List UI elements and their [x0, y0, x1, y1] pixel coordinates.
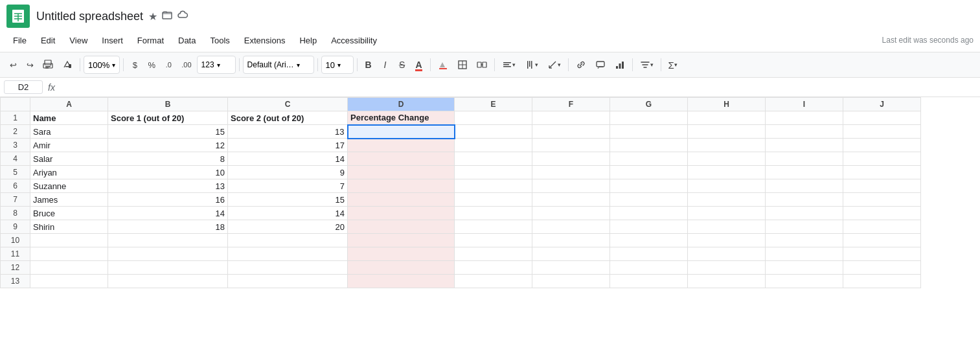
cell-i5[interactable] [766, 166, 843, 179]
cell-a6[interactable]: Suzanne [30, 179, 108, 193]
col-header-e[interactable]: E [455, 98, 532, 111]
cell-c4[interactable]: 14 [228, 152, 348, 166]
row-number-3[interactable]: 3 [1, 139, 30, 152]
italic-button[interactable]: I [378, 56, 393, 74]
col-header-f[interactable]: F [532, 98, 610, 111]
cell-d1[interactable]: Percentage Change [348, 111, 455, 125]
col-header-a[interactable]: A [30, 98, 108, 111]
cell-i3[interactable] [766, 139, 843, 152]
cell-f5[interactable] [532, 166, 610, 179]
cell-b13[interactable] [108, 275, 228, 288]
cell-h12[interactable] [688, 261, 766, 275]
cell-j1[interactable] [843, 111, 921, 125]
menu-accessibility[interactable]: Accessibility [325, 33, 383, 48]
cell-d10[interactable] [348, 234, 455, 247]
col-header-j[interactable]: J [843, 98, 921, 111]
cell-i2[interactable] [766, 125, 843, 139]
cell-i12[interactable] [766, 261, 843, 275]
cell-c7[interactable]: 15 [228, 193, 348, 207]
cell-b5[interactable]: 10 [108, 166, 228, 179]
cell-a10[interactable] [30, 234, 108, 247]
cell-j8[interactable] [843, 207, 921, 220]
menu-help[interactable]: Help [293, 33, 323, 48]
text-rotate-button[interactable]: ▾ [543, 56, 565, 74]
cell-b6[interactable]: 13 [108, 179, 228, 193]
cell-c12[interactable] [228, 261, 348, 275]
formula-input[interactable] [60, 82, 976, 92]
cell-d9[interactable] [348, 220, 455, 234]
cell-a12[interactable] [30, 261, 108, 275]
cell-j11[interactable] [843, 247, 921, 261]
cell-d7[interactable] [348, 193, 455, 207]
cell-e10[interactable] [455, 234, 532, 247]
menu-file[interactable]: File [6, 33, 33, 48]
cell-g7[interactable] [610, 193, 688, 207]
row-number-1[interactable]: 1 [1, 111, 30, 125]
row-number-11[interactable]: 11 [1, 247, 30, 261]
cell-a4[interactable]: Salar [30, 152, 108, 166]
cell-g2[interactable] [610, 125, 688, 139]
cell-i1[interactable] [766, 111, 843, 125]
cell-a9[interactable]: Shirin [30, 220, 108, 234]
menu-data[interactable]: Data [172, 33, 202, 48]
cell-c3[interactable]: 17 [228, 139, 348, 152]
cell-f11[interactable] [532, 247, 610, 261]
cell-j13[interactable] [843, 275, 921, 288]
cell-c10[interactable] [228, 234, 348, 247]
row-number-12[interactable]: 12 [1, 261, 30, 275]
font-family-select[interactable]: Default (Ari… ▾ [243, 56, 314, 74]
row-number-2[interactable]: 2 [1, 125, 30, 139]
cell-d8[interactable] [348, 207, 455, 220]
cell-f3[interactable] [532, 139, 610, 152]
row-number-8[interactable]: 8 [1, 207, 30, 220]
menu-extensions[interactable]: Extensions [238, 33, 292, 48]
cell-i6[interactable] [766, 179, 843, 193]
comment-button[interactable] [591, 56, 610, 74]
cell-a1[interactable]: Name [30, 111, 108, 125]
cell-d6[interactable] [348, 179, 455, 193]
cell-j12[interactable] [843, 261, 921, 275]
cell-i4[interactable] [766, 152, 843, 166]
row-number-13[interactable]: 13 [1, 275, 30, 288]
cell-g10[interactable] [610, 234, 688, 247]
text-color-button[interactable]: A [411, 56, 427, 74]
cell-g8[interactable] [610, 207, 688, 220]
cell-d5[interactable] [348, 166, 455, 179]
cell-g13[interactable] [610, 275, 688, 288]
cell-a5[interactable]: Ariyan [30, 166, 108, 179]
cell-b8[interactable]: 14 [108, 207, 228, 220]
format-type-select[interactable]: 123 ▾ [197, 56, 236, 74]
cell-g1[interactable] [610, 111, 688, 125]
menu-edit[interactable]: Edit [34, 33, 62, 48]
cell-d13[interactable] [348, 275, 455, 288]
cell-e8[interactable] [455, 207, 532, 220]
cell-e7[interactable] [455, 193, 532, 207]
cloud-icon[interactable] [177, 9, 188, 23]
cell-h6[interactable] [688, 179, 766, 193]
col-header-g[interactable]: G [610, 98, 688, 111]
cell-c6[interactable]: 7 [228, 179, 348, 193]
cell-h2[interactable] [688, 125, 766, 139]
cell-e1[interactable] [455, 111, 532, 125]
zoom-select[interactable]: 100% ▾ [84, 56, 120, 74]
cell-j10[interactable] [843, 234, 921, 247]
cell-h5[interactable] [688, 166, 766, 179]
cell-g11[interactable] [610, 247, 688, 261]
cell-i13[interactable] [766, 275, 843, 288]
cell-g3[interactable] [610, 139, 688, 152]
bold-button[interactable]: B [361, 56, 376, 74]
cell-b4[interactable]: 8 [108, 152, 228, 166]
cell-c11[interactable] [228, 247, 348, 261]
row-number-9[interactable]: 9 [1, 220, 30, 234]
cell-j6[interactable] [843, 179, 921, 193]
decimal-decrease-button[interactable]: .0 [161, 56, 176, 74]
cell-f13[interactable] [532, 275, 610, 288]
cell-i7[interactable] [766, 193, 843, 207]
cell-h7[interactable] [688, 193, 766, 207]
cell-e6[interactable] [455, 179, 532, 193]
row-number-4[interactable]: 4 [1, 152, 30, 166]
print-button[interactable] [39, 56, 57, 74]
cell-d4[interactable] [348, 152, 455, 166]
cell-j7[interactable] [843, 193, 921, 207]
row-number-10[interactable]: 10 [1, 234, 30, 247]
